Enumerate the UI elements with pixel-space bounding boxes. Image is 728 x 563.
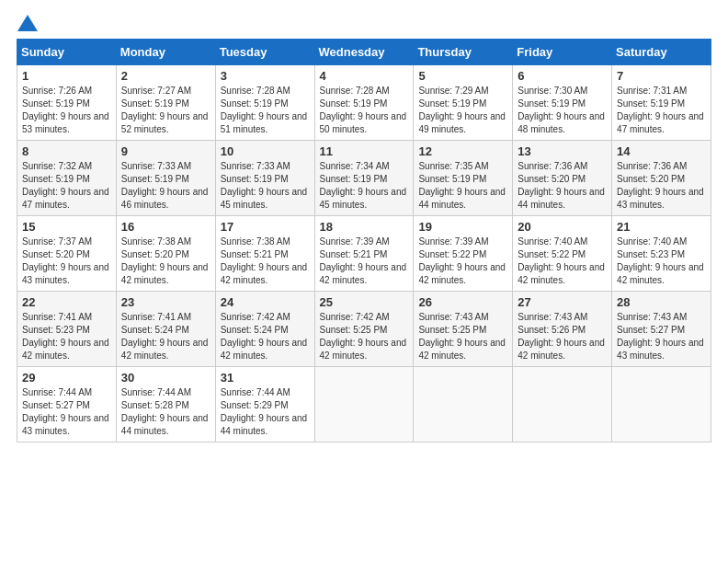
day-number: 21	[617, 220, 706, 234]
calendar-week-row: 15Sunrise: 7:37 AMSunset: 5:20 PMDayligh…	[17, 216, 711, 292]
day-number: 30	[121, 371, 210, 385]
calendar-cell: 21Sunrise: 7:40 AMSunset: 5:23 PMDayligh…	[612, 216, 711, 292]
day-info: Sunrise: 7:44 AMSunset: 5:28 PMDaylight:…	[121, 386, 210, 438]
calendar-cell	[414, 367, 513, 442]
day-info: Sunrise: 7:36 AMSunset: 5:20 PMDaylight:…	[617, 160, 706, 212]
day-info: Sunrise: 7:33 AMSunset: 5:19 PMDaylight:…	[221, 160, 310, 212]
calendar-cell: 24Sunrise: 7:42 AMSunset: 5:24 PMDayligh…	[215, 292, 314, 367]
day-info: Sunrise: 7:39 AMSunset: 5:22 PMDaylight:…	[418, 236, 507, 287]
calendar-cell: 23Sunrise: 7:41 AMSunset: 5:24 PMDayligh…	[116, 292, 215, 367]
calendar-cell: 13Sunrise: 7:36 AMSunset: 5:20 PMDayligh…	[513, 141, 612, 216]
day-number: 13	[518, 144, 607, 158]
day-info: Sunrise: 7:36 AMSunset: 5:20 PMDaylight:…	[518, 160, 607, 212]
day-info: Sunrise: 7:26 AMSunset: 5:19 PMDaylight:…	[22, 85, 111, 136]
day-number: 3	[221, 69, 310, 83]
logo	[17, 17, 38, 28]
day-number: 19	[418, 220, 507, 234]
calendar-cell: 16Sunrise: 7:38 AMSunset: 5:20 PMDayligh…	[116, 216, 215, 292]
day-info: Sunrise: 7:35 AMSunset: 5:19 PMDaylight:…	[418, 160, 507, 212]
day-info: Sunrise: 7:27 AMSunset: 5:19 PMDaylight:…	[121, 85, 210, 136]
day-number: 2	[121, 69, 210, 83]
day-number: 14	[617, 144, 706, 158]
calendar-cell: 11Sunrise: 7:34 AMSunset: 5:19 PMDayligh…	[314, 141, 414, 216]
calendar-cell: 1Sunrise: 7:26 AMSunset: 5:19 PMDaylight…	[17, 65, 117, 141]
day-info: Sunrise: 7:42 AMSunset: 5:24 PMDaylight:…	[221, 311, 310, 362]
day-number: 18	[320, 220, 409, 234]
calendar-header-tuesday: Tuesday	[215, 40, 314, 65]
day-info: Sunrise: 7:44 AMSunset: 5:29 PMDaylight:…	[221, 386, 310, 438]
calendar-header-friday: Friday	[513, 40, 612, 65]
calendar-week-row: 22Sunrise: 7:41 AMSunset: 5:23 PMDayligh…	[17, 292, 711, 367]
calendar-cell: 30Sunrise: 7:44 AMSunset: 5:28 PMDayligh…	[116, 367, 215, 442]
calendar-cell: 28Sunrise: 7:43 AMSunset: 5:27 PMDayligh…	[612, 292, 711, 367]
calendar-week-row: 8Sunrise: 7:32 AMSunset: 5:19 PMDaylight…	[17, 141, 711, 216]
day-number: 8	[22, 144, 111, 158]
calendar-cell	[513, 367, 612, 442]
day-info: Sunrise: 7:38 AMSunset: 5:20 PMDaylight:…	[121, 236, 210, 287]
calendar-header-monday: Monday	[116, 40, 215, 65]
day-info: Sunrise: 7:41 AMSunset: 5:24 PMDaylight:…	[121, 311, 210, 362]
calendar-cell: 26Sunrise: 7:43 AMSunset: 5:25 PMDayligh…	[414, 292, 513, 367]
calendar-cell: 18Sunrise: 7:39 AMSunset: 5:21 PMDayligh…	[314, 216, 414, 292]
svg-marker-0	[17, 15, 38, 31]
calendar-cell: 4Sunrise: 7:28 AMSunset: 5:19 PMDaylight…	[314, 65, 414, 141]
calendar-week-row: 1Sunrise: 7:26 AMSunset: 5:19 PMDaylight…	[17, 65, 711, 141]
calendar-cell: 31Sunrise: 7:44 AMSunset: 5:29 PMDayligh…	[215, 367, 314, 442]
calendar-header-thursday: Thursday	[414, 40, 513, 65]
page-container: SundayMondayTuesdayWednesdayThursdayFrid…	[0, 0, 728, 452]
day-info: Sunrise: 7:34 AMSunset: 5:19 PMDaylight:…	[320, 160, 409, 212]
day-info: Sunrise: 7:31 AMSunset: 5:19 PMDaylight:…	[617, 85, 706, 136]
day-info: Sunrise: 7:28 AMSunset: 5:19 PMDaylight:…	[221, 85, 310, 136]
logo-icon	[17, 15, 38, 31]
calendar-cell: 3Sunrise: 7:28 AMSunset: 5:19 PMDaylight…	[215, 65, 314, 141]
day-info: Sunrise: 7:41 AMSunset: 5:23 PMDaylight:…	[22, 311, 111, 362]
calendar-cell: 19Sunrise: 7:39 AMSunset: 5:22 PMDayligh…	[414, 216, 513, 292]
calendar-cell	[612, 367, 711, 442]
calendar-cell: 12Sunrise: 7:35 AMSunset: 5:19 PMDayligh…	[414, 141, 513, 216]
day-number: 10	[221, 144, 310, 158]
day-info: Sunrise: 7:43 AMSunset: 5:26 PMDaylight:…	[518, 311, 607, 362]
day-number: 24	[221, 295, 310, 309]
day-number: 4	[320, 69, 409, 83]
calendar-cell: 20Sunrise: 7:40 AMSunset: 5:22 PMDayligh…	[513, 216, 612, 292]
day-number: 31	[221, 371, 310, 385]
day-info: Sunrise: 7:39 AMSunset: 5:21 PMDaylight:…	[320, 236, 409, 287]
day-info: Sunrise: 7:38 AMSunset: 5:21 PMDaylight:…	[221, 236, 310, 287]
day-info: Sunrise: 7:29 AMSunset: 5:19 PMDaylight:…	[418, 85, 507, 136]
page-header	[17, 17, 711, 28]
day-info: Sunrise: 7:28 AMSunset: 5:19 PMDaylight:…	[320, 85, 409, 136]
day-number: 11	[320, 144, 409, 158]
calendar-cell: 14Sunrise: 7:36 AMSunset: 5:20 PMDayligh…	[612, 141, 711, 216]
calendar-cell: 25Sunrise: 7:42 AMSunset: 5:25 PMDayligh…	[314, 292, 414, 367]
calendar-cell: 17Sunrise: 7:38 AMSunset: 5:21 PMDayligh…	[215, 216, 314, 292]
day-number: 12	[418, 144, 507, 158]
calendar-cell: 10Sunrise: 7:33 AMSunset: 5:19 PMDayligh…	[215, 141, 314, 216]
day-number: 7	[617, 69, 706, 83]
day-info: Sunrise: 7:40 AMSunset: 5:22 PMDaylight:…	[518, 236, 607, 287]
day-info: Sunrise: 7:37 AMSunset: 5:20 PMDaylight:…	[22, 236, 111, 287]
calendar-cell: 29Sunrise: 7:44 AMSunset: 5:27 PMDayligh…	[17, 367, 117, 442]
day-number: 15	[22, 220, 111, 234]
calendar-cell: 15Sunrise: 7:37 AMSunset: 5:20 PMDayligh…	[17, 216, 117, 292]
day-info: Sunrise: 7:42 AMSunset: 5:25 PMDaylight:…	[320, 311, 409, 362]
calendar-cell: 5Sunrise: 7:29 AMSunset: 5:19 PMDaylight…	[414, 65, 513, 141]
day-number: 26	[418, 295, 507, 309]
calendar-cell	[314, 367, 414, 442]
day-number: 16	[121, 220, 210, 234]
calendar-header-saturday: Saturday	[612, 40, 711, 65]
calendar-header-wednesday: Wednesday	[314, 40, 414, 65]
day-number: 23	[121, 295, 210, 309]
day-number: 25	[320, 295, 409, 309]
day-number: 5	[418, 69, 507, 83]
day-number: 27	[518, 295, 607, 309]
calendar-table: SundayMondayTuesdayWednesdayThursdayFrid…	[17, 39, 711, 442]
day-info: Sunrise: 7:43 AMSunset: 5:27 PMDaylight:…	[617, 311, 706, 362]
calendar-cell: 27Sunrise: 7:43 AMSunset: 5:26 PMDayligh…	[513, 292, 612, 367]
day-number: 1	[22, 69, 111, 83]
day-number: 28	[617, 295, 706, 309]
day-info: Sunrise: 7:43 AMSunset: 5:25 PMDaylight:…	[418, 311, 507, 362]
day-info: Sunrise: 7:33 AMSunset: 5:19 PMDaylight:…	[121, 160, 210, 212]
calendar-header-row: SundayMondayTuesdayWednesdayThursdayFrid…	[17, 40, 711, 65]
calendar-header-sunday: Sunday	[17, 40, 117, 65]
calendar-cell: 6Sunrise: 7:30 AMSunset: 5:19 PMDaylight…	[513, 65, 612, 141]
